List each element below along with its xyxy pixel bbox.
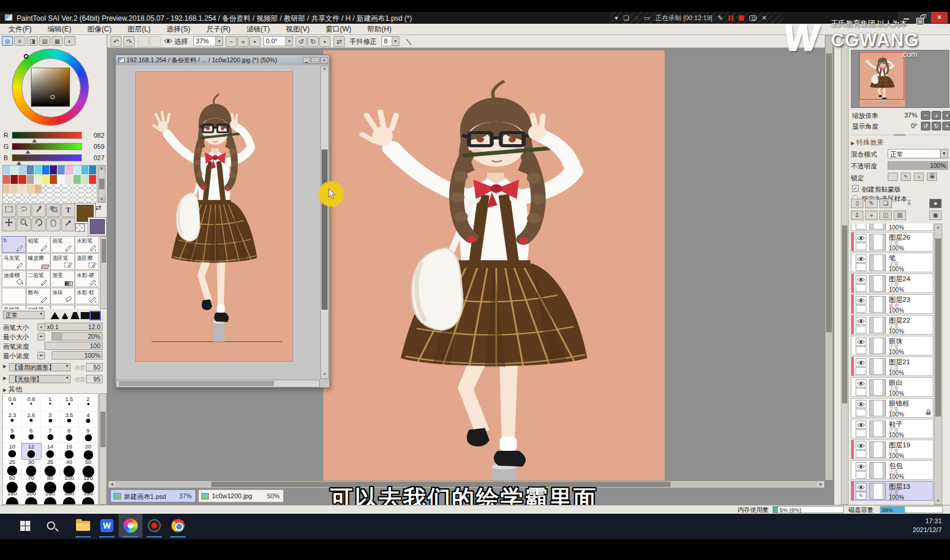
zoom-out-button[interactable]: − <box>225 36 237 47</box>
zoom-reset-button[interactable]: ▪ <box>249 36 260 47</box>
saturation-value-square[interactable] <box>31 68 70 107</box>
layer-visibility-toggle[interactable] <box>856 483 866 491</box>
swatch[interactable] <box>65 166 73 175</box>
swatch[interactable] <box>81 166 89 175</box>
swatch[interactable] <box>74 166 81 175</box>
ref-scroll-down-icon[interactable]: ▼ <box>321 373 328 378</box>
brush-水彩-软[interactable]: 水彩-软 <box>75 288 99 304</box>
swatch-empty[interactable] <box>11 194 18 203</box>
swatch[interactable] <box>27 166 34 175</box>
line-tool-icon[interactable]: ＼ <box>405 37 412 47</box>
layer-row-包包[interactable]: 包包正常100% <box>851 460 933 480</box>
taskbar-recorder[interactable] <box>142 514 166 537</box>
layer-secondary-box[interactable] <box>856 346 866 354</box>
selection-visibility-icon[interactable] <box>164 38 173 45</box>
layer-visibility-toggle[interactable] <box>856 254 866 263</box>
min-size-field[interactable]: 20% <box>52 332 103 341</box>
swatch-empty[interactable] <box>58 194 65 203</box>
density-field[interactable]: 100 <box>45 342 103 350</box>
marquee-tool[interactable] <box>2 203 16 217</box>
layer-thumbnail[interactable] <box>869 234 886 250</box>
blend-mode-dropdown[interactable]: 正常▼ <box>888 149 948 158</box>
swatch[interactable] <box>42 166 50 175</box>
texture-expand-icon[interactable]: ▶ <box>3 376 7 381</box>
layer-thumbnail[interactable] <box>869 275 886 292</box>
size-20[interactable]: 20 <box>79 444 98 459</box>
swatch[interactable] <box>27 175 34 184</box>
size-0.6[interactable]: 0.6 <box>3 396 22 412</box>
rotate-cw-button[interactable]: ↻ <box>307 36 319 47</box>
layer-visibility-toggle[interactable] <box>856 234 866 242</box>
layer-visibility-toggle[interactable] <box>856 338 866 346</box>
swatch[interactable] <box>58 166 65 175</box>
swatch-empty[interactable] <box>74 194 81 203</box>
taskbar-sai[interactable] <box>119 514 142 537</box>
layer-thumbnail[interactable] <box>869 338 886 354</box>
size-50[interactable]: 50 <box>79 459 98 475</box>
special-effects-header[interactable]: ▶ 特殊效果 <box>851 138 884 147</box>
angle-dropdown-icon[interactable]: ▼ <box>285 37 293 46</box>
layer-thumbnail[interactable] <box>869 296 886 313</box>
layer-thumbnail[interactable] <box>869 400 886 416</box>
size-60[interactable]: 60 <box>3 475 22 491</box>
size-25[interactable]: 25 <box>3 459 22 475</box>
size-6[interactable]: 6 <box>22 428 41 443</box>
brush-edge-selected-icon[interactable] <box>91 312 100 319</box>
reference-window-titlebar[interactable]: 192.168.1.254 / 备份资料 / ... / 1c0w1200.jp… <box>116 55 329 65</box>
b-slider[interactable] <box>12 154 82 161</box>
size-100[interactable]: 100 <box>60 475 79 491</box>
brush-涂抹[interactable]: 涂抹 <box>50 288 75 304</box>
swatch[interactable] <box>3 184 11 194</box>
shape-expand-icon[interactable]: ▶ <box>3 364 7 369</box>
size-120[interactable]: 120 <box>79 475 98 491</box>
layer-row-图层19[interactable]: 图层19正常100% <box>851 440 933 459</box>
size-grid-scrollbar[interactable] <box>99 393 107 505</box>
layer-visibility-toggle[interactable] <box>856 317 866 325</box>
lock-position-icon[interactable]: ＋ <box>914 173 924 181</box>
rec-screenshot-icon[interactable] <box>749 15 757 21</box>
layer-scroll-down-icon[interactable]: ▼ <box>935 498 942 504</box>
rotate-view-tool[interactable] <box>31 218 46 231</box>
rec-stop-button[interactable] <box>739 15 744 21</box>
layer-thumbnail[interactable] <box>869 421 886 437</box>
swatch[interactable] <box>18 166 26 175</box>
flip-horizontal-button[interactable]: ⇄ <box>333 36 345 47</box>
stabilizer-dropdown-icon[interactable]: ▼ <box>392 37 399 46</box>
layer-thumbnail[interactable] <box>869 358 886 375</box>
ref-close-button[interactable]: ✕ <box>320 57 328 63</box>
min-density-pen-button[interactable]: ✒ <box>37 352 45 359</box>
transparent-color-chip[interactable] <box>75 224 85 232</box>
brush-散布[interactable]: 散布 <box>26 288 50 304</box>
brush-选区笔[interactable]: 选区笔 <box>50 253 75 270</box>
swatch-empty[interactable] <box>81 194 89 203</box>
swatch-empty[interactable] <box>42 194 50 203</box>
layer-thumbnail[interactable] <box>869 441 886 458</box>
rec-pen-icon[interactable]: ✎ <box>717 14 723 22</box>
brush-油漆桶[interactable]: 油漆桶 <box>2 271 26 287</box>
swatch-empty[interactable] <box>65 184 73 194</box>
close-button[interactable]: ✕ <box>931 12 948 23</box>
blend-dropdown-icon[interactable]: ▼ <box>940 149 948 158</box>
size-16[interactable]: 16 <box>60 444 79 459</box>
brush-blend-dropdown[interactable]: 正常▾ <box>3 311 45 319</box>
brush-edge-square-icon[interactable] <box>81 312 90 319</box>
brush-empty[interactable] <box>2 288 26 304</box>
swatch-scroll-down-icon[interactable]: ▼ <box>99 197 105 202</box>
size-12[interactable]: 12 <box>22 444 41 459</box>
rec-dropdown-icon[interactable]: ▾ <box>615 14 618 22</box>
layer-row-笔[interactable]: 笔正常100% <box>851 253 933 272</box>
brush-edge-soft-icon[interactable] <box>61 312 69 319</box>
ref-minimize-button[interactable]: ▁ <box>303 57 310 63</box>
swatch[interactable] <box>50 166 58 175</box>
swatch-empty[interactable] <box>18 194 26 203</box>
color-sets-tab[interactable]: ▤ <box>39 36 50 46</box>
brush-画笔[interactable]: 画笔 <box>50 236 75 253</box>
reference-window[interactable]: 192.168.1.254 / 备份资料 / ... / 1c0w1200.jp… <box>115 55 330 388</box>
texture-preset-dropdown[interactable]: 【无纹理】▾ <box>9 375 71 383</box>
swatch-scrollbar[interactable]: ▲ ▼ <box>98 165 106 203</box>
ref-scroll-up-icon[interactable]: ▲ <box>321 66 328 72</box>
layer-thumbnail[interactable] <box>869 379 886 396</box>
taskbar-explorer[interactable] <box>71 514 95 537</box>
swatch-grid-tab[interactable]: ▦ <box>52 36 63 46</box>
size-8[interactable]: 8 <box>60 428 79 443</box>
